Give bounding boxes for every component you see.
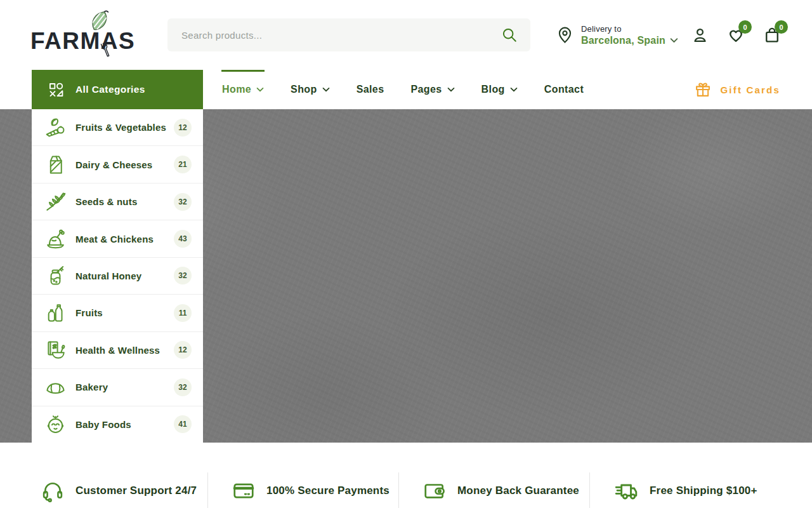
delivery-truck-icon [613, 478, 639, 504]
category-count-badge: 32 [174, 193, 192, 211]
hero-banner: Fruits & Vegetables 12 Dairy & Cheeses 2… [0, 109, 812, 443]
category-label: Fruits & Vegetables [75, 122, 174, 133]
feature-free-shipping: Free Shipping $100+ [589, 472, 780, 508]
search-button[interactable] [501, 27, 518, 43]
nav-item-label: Sales [357, 84, 384, 95]
feature-secure-payments: 100% Secure Payments [207, 472, 398, 508]
category-item-baby-foods[interactable]: Baby Foods 41 [32, 406, 203, 443]
nav-item-contact[interactable]: Contact [544, 70, 584, 109]
search-form [167, 18, 530, 51]
nav-item-sales[interactable]: Sales [357, 70, 384, 109]
category-count-badge: 12 [174, 119, 192, 137]
nav-item-blog[interactable]: Blog [481, 70, 518, 109]
honey-jar-icon [44, 264, 67, 288]
category-item-fruits-vegetables[interactable]: Fruits & Vegetables 12 [32, 109, 203, 146]
brand-name: FARMAS [30, 29, 135, 53]
category-item-meat-chickens[interactable]: Meat & Chickens 43 [32, 220, 203, 257]
category-item-natural-honey[interactable]: Natural Honey 32 [32, 258, 203, 295]
nav-item-label: Home [222, 84, 251, 95]
cart-button[interactable]: 0 [763, 25, 782, 44]
all-categories-label: All Categories [75, 84, 145, 95]
feature-label: 100% Secure Payments [266, 485, 390, 497]
credit-card-icon [232, 479, 256, 503]
feature-money-back: Money Back Guarantee [398, 472, 589, 508]
bottles-icon [44, 301, 67, 324]
chicken-icon [44, 227, 67, 251]
category-label: Dairy & Cheeses [75, 159, 174, 170]
chevron-down-icon [670, 37, 678, 43]
header-actions: 0 0 [690, 25, 782, 44]
category-label: Bakery [75, 382, 174, 392]
category-item-bakery[interactable]: Bakery 32 [32, 369, 203, 406]
category-item-seeds-nuts[interactable]: Seeds & nuts 32 [32, 184, 203, 220]
search-input[interactable] [180, 29, 501, 41]
features-bar: Customer Support 24/7 100% Secure Paymen… [32, 472, 780, 508]
category-count-badge: 32 [174, 267, 192, 284]
wallet-icon [422, 479, 447, 503]
gift-cards-label: Gift Cards [720, 84, 780, 95]
nav-item-label: Pages [410, 84, 442, 95]
feature-label: Free Shipping $100+ [650, 485, 757, 497]
all-categories-button[interactable]: All Categories [32, 70, 203, 109]
gift-icon [694, 81, 712, 98]
category-dropdown: Fruits & Vegetables 12 Dairy & Cheeses 2… [32, 109, 203, 443]
chevron-down-icon [322, 87, 330, 92]
category-label: Fruits [75, 307, 174, 318]
baby-face-icon [44, 413, 67, 436]
category-label: Seeds & nuts [75, 196, 174, 207]
feature-customer-support: Customer Support 24/7 [32, 472, 207, 508]
feature-label: Money Back Guarantee [457, 485, 579, 497]
category-count-badge: 43 [174, 230, 192, 248]
category-item-fruits[interactable]: Fruits 11 [32, 295, 203, 331]
search-icon [501, 27, 518, 43]
milk-carton-icon [44, 153, 67, 177]
category-item-dairy-cheeses[interactable]: Dairy & Cheeses 21 [32, 146, 203, 183]
category-item-health-wellness[interactable]: Health & Wellness 12 [32, 332, 203, 369]
feature-label: Customer Support 24/7 [75, 485, 197, 497]
chevron-down-icon [510, 87, 518, 92]
wishlist-button[interactable]: 0 [726, 25, 745, 44]
category-label: Natural Honey [75, 271, 174, 281]
category-label: Meat & Chickens [75, 234, 174, 244]
vegetables-icon [44, 116, 67, 139]
nav-item-label: Blog [481, 84, 505, 95]
category-count-badge: 21 [174, 156, 192, 173]
chevron-down-icon [256, 87, 264, 92]
category-count-badge: 41 [174, 415, 192, 433]
account-button[interactable] [690, 25, 709, 44]
delivery-selector[interactable]: Delivery to Barcelona, Spain [556, 24, 678, 46]
croissant-icon [44, 375, 67, 399]
nav-item-label: Shop [291, 84, 317, 95]
categories-grid-icon [48, 81, 65, 98]
chevron-down-icon [447, 87, 455, 92]
farmas-leaf-icon [89, 10, 114, 32]
category-label: Baby Foods [75, 419, 174, 430]
nav-item-home[interactable]: Home [222, 70, 264, 109]
category-count-badge: 11 [174, 304, 192, 322]
nav-item-label: Contact [544, 84, 584, 95]
nav-item-shop[interactable]: Shop [291, 70, 330, 109]
farmas-logo[interactable]: FARMAS [30, 8, 140, 62]
wheat-icon [44, 190, 67, 213]
delivery-location: Barcelona, Spain [581, 35, 665, 46]
headset-icon [41, 479, 65, 503]
location-pin-icon [556, 25, 574, 44]
gift-cards-link[interactable]: Gift Cards [694, 81, 780, 98]
wishlist-count-badge: 0 [738, 20, 752, 34]
nav-item-pages[interactable]: Pages [410, 70, 454, 109]
cart-count-badge: 0 [775, 20, 788, 34]
delivery-label: Delivery to [581, 24, 678, 34]
main-nav: All Categories Home Shop Sales Pages Blo… [0, 70, 812, 109]
category-label: Health & Wellness [75, 345, 174, 356]
category-count-badge: 12 [174, 341, 192, 359]
wellness-box-icon [44, 338, 67, 362]
site-header: FARMAS Delivery to [0, 0, 812, 70]
delivery-texts: Delivery to Barcelona, Spain [581, 24, 678, 46]
category-count-badge: 32 [174, 378, 192, 396]
user-icon [691, 26, 709, 44]
